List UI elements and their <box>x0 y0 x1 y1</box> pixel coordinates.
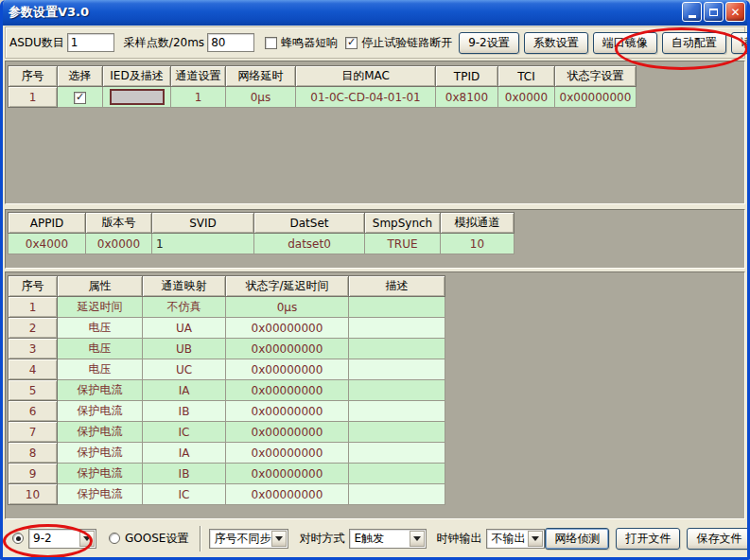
appid-table: APPID版本号SVIDDatSetSmpSynch模拟通道 0x40000x0… <box>8 212 515 254</box>
attribute-cell[interactable]: 保护电流 <box>58 464 143 484</box>
channel-table-row: 7保护电流IC0x00000000 <box>9 422 445 443</box>
minimize-button[interactable] <box>682 2 702 22</box>
stop-on-link-break-checkbox[interactable] <box>345 37 358 49</box>
maximize-button[interactable] <box>704 2 724 22</box>
btn-port-mirror[interactable]: 端口镜像 <box>593 32 657 54</box>
close-icon: ✕ <box>730 7 740 18</box>
btn-92-settings[interactable]: 9-2设置 <box>459 32 519 54</box>
description-cell[interactable] <box>349 297 445 318</box>
data-cell[interactable]: TRUE <box>365 234 441 254</box>
channel-map-cell[interactable]: IB <box>143 401 226 422</box>
description-cell[interactable] <box>349 464 445 484</box>
attribute-cell[interactable]: 保护电流 <box>58 401 143 422</box>
description-cell[interactable] <box>349 443 445 464</box>
column-header: IED及描述 <box>103 66 171 87</box>
description-cell[interactable] <box>349 422 445 443</box>
channel-map-cell[interactable]: IA <box>143 380 226 401</box>
column-header: 目的MAC <box>296 66 436 87</box>
caption-buttons: ✕ <box>682 2 745 22</box>
status-delay-cell[interactable]: 0x00000000 <box>226 339 349 359</box>
btn-save-file[interactable]: 保存文件 <box>687 528 750 550</box>
channel-table-row: 1延迟时间不仿真0μs <box>9 297 445 318</box>
attribute-cell[interactable]: 电压 <box>58 359 143 380</box>
channel-map-cell[interactable]: UC <box>143 359 226 380</box>
data-cell[interactable]: datset0 <box>254 234 365 254</box>
description-cell[interactable] <box>349 380 445 401</box>
attribute-cell[interactable]: 延迟时间 <box>58 297 143 318</box>
attribute-cell[interactable]: 电压 <box>58 318 143 339</box>
data-cell[interactable]: 0x0000 <box>86 234 152 254</box>
channel-map-cell[interactable]: IC <box>143 422 226 443</box>
sample-points-input[interactable] <box>207 33 254 52</box>
column-header: 选择 <box>58 66 103 87</box>
status-delay-cell[interactable]: 0x00000000 <box>226 422 349 443</box>
description-cell[interactable] <box>349 484 445 505</box>
timing-mode-select[interactable]: E触发 <box>349 529 427 549</box>
channel-map-cell[interactable]: IC <box>143 484 226 505</box>
status-delay-cell[interactable]: 0x00000000 <box>226 464 349 484</box>
attribute-cell[interactable]: 保护电流 <box>58 380 143 401</box>
mode-92-radio[interactable] <box>12 533 24 544</box>
btn-coefficient-settings[interactable]: 系数设置 <box>524 32 588 54</box>
goose-settings-label: GOOSE设置 <box>125 531 188 547</box>
ied-description-box[interactable] <box>110 89 165 105</box>
column-header: 模拟通道 <box>441 213 515 234</box>
column-header: 序号 <box>9 276 58 297</box>
description-cell[interactable] <box>349 318 445 339</box>
status-delay-cell[interactable]: 0x00000000 <box>226 484 349 505</box>
goose-radio[interactable] <box>109 533 120 544</box>
attribute-cell[interactable]: 电压 <box>58 339 143 359</box>
sv-table-panel: 序号选择IED及描述通道设置网络延时目的MACTPIDTCI状态字设置 110μ… <box>5 61 745 204</box>
chevron-down-icon <box>271 531 287 547</box>
description-cell[interactable] <box>349 339 445 359</box>
status-delay-cell[interactable]: 0x00000000 <box>226 380 349 401</box>
description-cell[interactable] <box>349 401 445 422</box>
status-word-cell[interactable]: 0x00000000 <box>555 87 637 108</box>
channel-map-cell[interactable]: IB <box>143 464 226 484</box>
description-cell[interactable] <box>349 359 445 380</box>
channel-table-row: 9保护电流IB0x00000000 <box>9 464 445 484</box>
mode-92-select[interactable]: 9-2 <box>28 529 96 549</box>
column-header: 状态字设置 <box>555 66 637 87</box>
row-index-cell: 7 <box>9 422 58 443</box>
btn-open-file[interactable]: 打开文件 <box>616 528 680 550</box>
btn-auto-config[interactable]: 自动配置 <box>662 32 726 54</box>
status-delay-cell[interactable]: 0x00000000 <box>226 443 349 464</box>
row-select-checkbox[interactable] <box>74 92 86 104</box>
status-delay-cell[interactable]: 0x00000000 <box>226 318 349 339</box>
attribute-cell[interactable]: 保护电流 <box>58 484 143 505</box>
chevron-down-icon <box>528 531 543 547</box>
tpid-cell[interactable]: 0x8100 <box>436 87 498 108</box>
data-cell[interactable]: 0x4000 <box>9 234 86 254</box>
attribute-cell[interactable]: 保护电流 <box>58 422 143 443</box>
btn-network-detect[interactable]: 网络侦测 <box>545 528 609 550</box>
column-header: 版本号 <box>86 213 152 234</box>
tci-cell[interactable]: 0x0000 <box>498 87 555 108</box>
clock-output-select[interactable]: 不输出 <box>486 529 545 549</box>
channel-table-row: 10保护电流IC0x00000000 <box>9 484 445 505</box>
channel-map-cell[interactable]: IA <box>143 443 226 464</box>
data-cell[interactable]: 10 <box>441 234 515 254</box>
close-button[interactable]: ✕ <box>725 2 745 22</box>
column-header: 状态字/延迟时间 <box>226 276 349 297</box>
asdu-count-input[interactable] <box>67 33 114 52</box>
network-delay-cell[interactable]: 0μs <box>226 87 296 108</box>
channel-map-cell[interactable]: UB <box>143 339 226 359</box>
sequence-sync-select[interactable]: 序号不同步 <box>209 529 288 549</box>
row-index-cell: 9 <box>9 464 58 484</box>
status-delay-cell[interactable]: 0x00000000 <box>226 359 349 380</box>
data-cell[interactable]: 1 <box>152 234 254 254</box>
destination-mac-cell[interactable]: 01-0C-CD-04-01-01 <box>296 87 436 108</box>
channel-table-row: 5保护电流IA0x00000000 <box>9 380 445 401</box>
column-header: DatSet <box>254 213 365 234</box>
column-header: 通道设置 <box>171 66 226 87</box>
asdu-count-label: ASDU数目 <box>9 35 64 51</box>
status-delay-cell[interactable]: 0μs <box>226 297 349 318</box>
channel-settings-cell[interactable]: 1 <box>171 87 226 108</box>
buzzer-checkbox[interactable] <box>265 37 277 49</box>
status-delay-cell[interactable]: 0x00000000 <box>226 401 349 422</box>
channel-map-cell[interactable]: UA <box>143 318 226 339</box>
btn-read-protection-model-file[interactable]: 读取保护模型文件 <box>731 32 750 54</box>
attribute-cell[interactable]: 保护电流 <box>58 443 143 464</box>
channel-map-cell[interactable]: 不仿真 <box>143 297 226 318</box>
